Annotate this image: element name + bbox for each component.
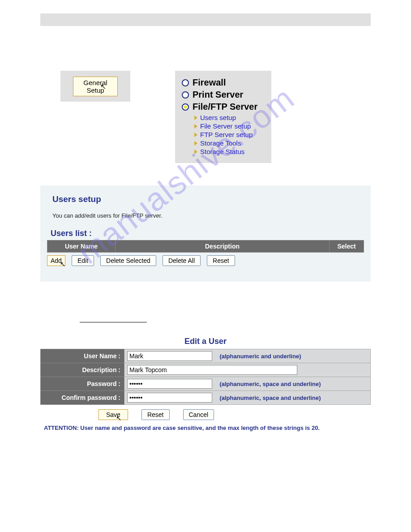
password-label: Password : bbox=[41, 377, 124, 391]
divider-line bbox=[80, 322, 147, 322]
col-user-name: User Name bbox=[47, 240, 116, 253]
description-label: Description : bbox=[41, 363, 124, 377]
users-setup-panel: Users setup You can add/edit users for F… bbox=[40, 185, 371, 282]
sublink-label: File Server setup bbox=[200, 122, 251, 130]
user-name-label: User Name : bbox=[41, 349, 124, 363]
nav-label: Print Server bbox=[193, 90, 243, 100]
edit-user-title: Edit a User bbox=[40, 332, 371, 349]
radio-icon bbox=[182, 79, 189, 86]
general-setup-container: General Setup ↖ bbox=[60, 71, 130, 102]
delete-all-button[interactable]: Delete All bbox=[163, 255, 201, 266]
nav-menu: Firewall Print Server File/FTP Server Us… bbox=[175, 71, 271, 163]
sublink-ftp-server-setup[interactable]: FTP Server setup bbox=[194, 131, 260, 138]
triangle-icon bbox=[194, 116, 197, 120]
edit-button[interactable]: Edit bbox=[72, 255, 94, 266]
edit-user-panel: Edit a User User Name : (alphanumeric an… bbox=[40, 332, 371, 437]
col-select: Select bbox=[330, 240, 364, 253]
radio-icon bbox=[182, 91, 189, 99]
user-name-field[interactable] bbox=[127, 351, 212, 361]
users-button-row: Add ↖ Edit Delete Selected Delete All Re… bbox=[47, 255, 364, 266]
sublink-storage-tools[interactable]: Storage Tools bbox=[194, 139, 260, 147]
triangle-icon bbox=[194, 141, 197, 146]
radio-icon-selected bbox=[182, 103, 189, 111]
sublink-label: FTP Server setup bbox=[200, 131, 253, 138]
password-hint: (alphanumeric, space and underline) bbox=[219, 381, 321, 387]
col-description: Description bbox=[116, 240, 330, 253]
confirm-password-field[interactable] bbox=[127, 393, 212, 403]
cursor-icon: ↖ bbox=[60, 260, 66, 268]
users-table: User Name Description Select bbox=[47, 240, 364, 253]
users-setup-desc: You can add/edit users for File/FTP serv… bbox=[52, 212, 364, 219]
sublink-label: Storage Tools bbox=[200, 139, 241, 147]
description-field[interactable] bbox=[127, 365, 297, 375]
triangle-icon bbox=[194, 150, 197, 154]
triangle-icon bbox=[194, 124, 197, 129]
nav-sublinks: Users setup File Server setup FTP Server… bbox=[194, 114, 260, 155]
sublink-storage-status[interactable]: Storage Status bbox=[194, 148, 260, 155]
nav-item-print-server[interactable]: Print Server bbox=[182, 90, 260, 100]
confirm-password-label: Confirm password : bbox=[41, 391, 124, 405]
sublink-file-server-setup[interactable]: File Server setup bbox=[194, 122, 260, 130]
sublink-label: Storage Status bbox=[200, 148, 244, 155]
edit-user-form: User Name : (alphanumeric and underline)… bbox=[40, 349, 371, 405]
save-button[interactable]: Save ↖ bbox=[98, 409, 128, 420]
sublink-users-setup[interactable]: Users setup bbox=[194, 114, 260, 121]
users-list-label: Users list : bbox=[51, 229, 364, 238]
cancel-button[interactable]: Cancel bbox=[183, 409, 214, 420]
nav-item-file-ftp-server[interactable]: File/FTP Server bbox=[182, 102, 260, 112]
top-bar bbox=[40, 13, 371, 26]
attention-text: ATTENTION: User name and password are ca… bbox=[40, 423, 371, 437]
reset-button[interactable]: Reset bbox=[207, 255, 235, 266]
cursor-icon: ↖ bbox=[116, 414, 122, 422]
users-setup-title: Users setup bbox=[52, 194, 364, 204]
triangle-icon bbox=[194, 133, 197, 137]
user-name-hint: (alphanumeric and underline) bbox=[219, 353, 301, 360]
sublink-label: Users setup bbox=[200, 114, 236, 121]
nav-label: File/FTP Server bbox=[193, 102, 257, 112]
general-setup-button[interactable]: General Setup ↖ bbox=[73, 77, 118, 96]
reset-button[interactable]: Reset bbox=[141, 409, 170, 420]
nav-item-firewall[interactable]: Firewall bbox=[182, 77, 260, 88]
cursor-icon: ↖ bbox=[100, 82, 106, 91]
password-field[interactable] bbox=[127, 379, 212, 389]
nav-label: Firewall bbox=[193, 77, 226, 88]
delete-selected-button[interactable]: Delete Selected bbox=[100, 255, 156, 266]
edit-user-button-row: Save ↖ Reset Cancel bbox=[40, 405, 371, 423]
add-button[interactable]: Add ↖ bbox=[47, 255, 65, 266]
confirm-password-hint: (alphanumeric, space and underline) bbox=[219, 395, 321, 401]
